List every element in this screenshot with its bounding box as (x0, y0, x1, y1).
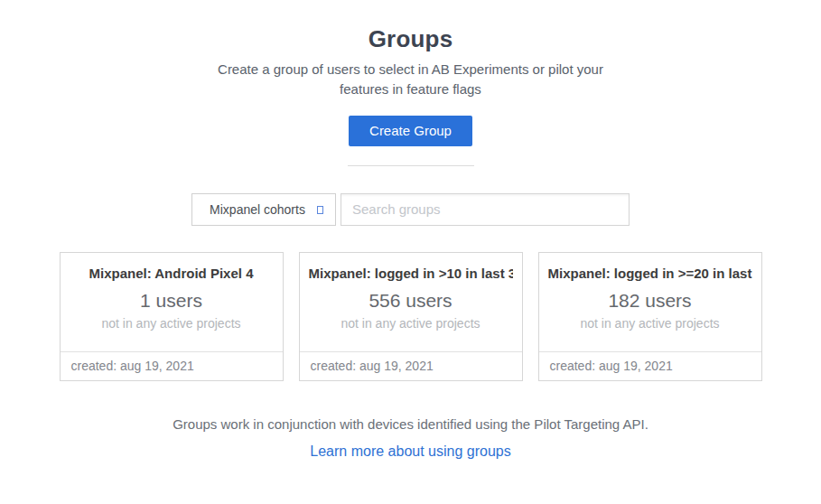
group-user-count: 556 users (309, 290, 513, 312)
cohort-source-dropdown[interactable]: Mixpanel cohorts (191, 193, 336, 226)
group-card[interactable]: Mixpanel: logged in >=20 in last 30... 1… (538, 252, 762, 381)
cohort-source-label: Mixpanel cohorts (210, 202, 318, 217)
group-user-count: 1 users (70, 290, 274, 312)
group-projects-note: not in any active projects (70, 316, 274, 331)
learn-more-link[interactable]: Learn more about using groups (310, 443, 510, 460)
group-user-count: 182 users (548, 290, 752, 312)
group-projects-note: not in any active projects (548, 316, 752, 331)
group-card-body: Mixpanel: logged in >=20 in last 30... 1… (539, 253, 761, 351)
footer-info-text: Groups work in conjunction with devices … (0, 416, 821, 432)
dropdown-indicator-icon (317, 206, 323, 214)
groups-list: Mixpanel: Android Pixel 4 1 users not in… (60, 252, 762, 381)
group-card[interactable]: Mixpanel: Android Pixel 4 1 users not in… (60, 252, 284, 381)
group-card-body: Mixpanel: Android Pixel 4 1 users not in… (61, 253, 283, 351)
filter-row: Mixpanel cohorts (0, 193, 821, 226)
search-groups-input[interactable] (341, 193, 630, 226)
page-title: Groups (0, 25, 821, 53)
group-title: Mixpanel: logged in >10 in last 30 ... (309, 266, 513, 281)
group-card-body: Mixpanel: logged in >10 in last 30 ... 5… (300, 253, 522, 351)
group-created-date: created: aug 19, 2021 (300, 351, 522, 380)
group-projects-note: not in any active projects (309, 316, 513, 331)
page-subtitle: Create a group of users to select in AB … (217, 60, 605, 99)
create-group-button[interactable]: Create Group (349, 116, 472, 146)
page-header: Groups Create a group of users to select… (0, 0, 821, 166)
header-divider (348, 165, 474, 166)
group-created-date: created: aug 19, 2021 (539, 351, 761, 380)
group-title: Mixpanel: Android Pixel 4 (70, 266, 274, 281)
group-created-date: created: aug 19, 2021 (61, 351, 283, 380)
group-title: Mixpanel: logged in >=20 in last 30... (548, 266, 752, 281)
group-card[interactable]: Mixpanel: logged in >10 in last 30 ... 5… (299, 252, 523, 381)
page-footer: Groups work in conjunction with devices … (0, 416, 821, 460)
